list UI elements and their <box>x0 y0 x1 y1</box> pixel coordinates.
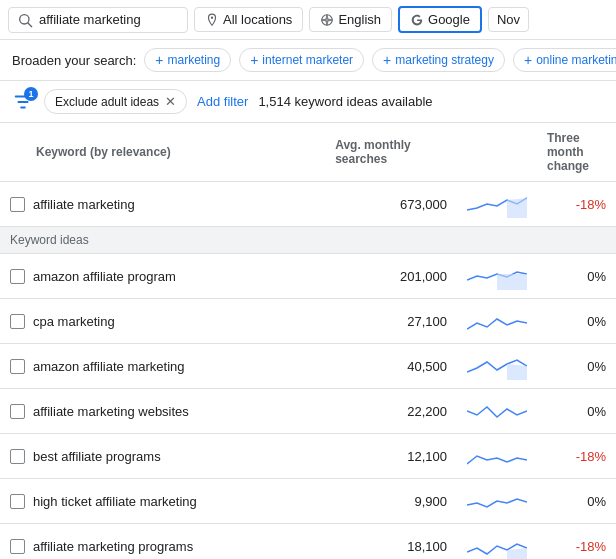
table-row: high ticket affiliate marketing 9,900 0% <box>0 479 616 524</box>
sparkline-5 <box>457 479 537 524</box>
monthly-6: 18,100 <box>325 524 457 560</box>
kw-label-2: amazon affiliate marketing <box>33 359 185 374</box>
change-5: 0% <box>537 479 616 524</box>
svg-marker-7 <box>507 548 527 559</box>
monthly-3: 22,200 <box>325 389 457 434</box>
svg-point-3 <box>322 14 333 25</box>
checkbox-2[interactable] <box>10 359 25 374</box>
sparkline-0 <box>457 254 537 299</box>
filter-badge: 1 <box>24 87 38 101</box>
sparkline-1 <box>457 299 537 344</box>
monthly-0: 201,000 <box>325 254 457 299</box>
change-3: 0% <box>537 389 616 434</box>
broaden-chip-label-0: marketing <box>167 53 220 67</box>
kw-label-5: high ticket affiliate marketing <box>33 494 197 509</box>
change-2: 0% <box>537 344 616 389</box>
plus-icon-2: + <box>383 52 391 68</box>
monthly-1: 27,100 <box>325 299 457 344</box>
google-label: Google <box>428 12 470 27</box>
kw-label-3: affiliate marketing websites <box>33 404 189 419</box>
kw-cell-5: high ticket affiliate marketing <box>0 479 325 524</box>
seed-monthly: 673,000 <box>325 182 457 227</box>
table-row: affiliate marketing websites 22,200 0% <box>0 389 616 434</box>
svg-line-1 <box>28 23 32 27</box>
plus-icon-1: + <box>250 52 258 68</box>
google-icon <box>410 13 424 27</box>
sparkline-2 <box>457 344 537 389</box>
kw-label-1: cpa marketing <box>33 314 115 329</box>
table-row: affiliate marketing programs 18,100 -18% <box>0 524 616 560</box>
table-row: best affiliate programs 12,100 -18% <box>0 434 616 479</box>
location-icon <box>205 13 219 27</box>
language-icon <box>320 13 334 27</box>
search-box[interactable] <box>8 7 188 33</box>
th-monthly: Avg. monthly searches <box>325 123 457 182</box>
th-trend <box>457 123 537 182</box>
change-4: -18% <box>537 434 616 479</box>
language-picker[interactable]: English <box>309 7 392 32</box>
sparkline-4 <box>457 434 537 479</box>
table-row: cpa marketing 27,100 0% <box>0 299 616 344</box>
broaden-chip-1[interactable]: + internet marketer <box>239 48 364 72</box>
broaden-chip-label-2: marketing strategy <box>395 53 494 67</box>
location-label: All locations <box>223 12 292 27</box>
seed-checkbox[interactable] <box>10 197 25 212</box>
change-6: -18% <box>537 524 616 560</box>
top-bar: All locations English Google Nov <box>0 0 616 40</box>
seed-keyword-cell: affiliate marketing <box>0 182 325 227</box>
sparkline-3 <box>457 389 537 434</box>
checkbox-5[interactable] <box>10 494 25 509</box>
sparkline-6 <box>457 524 537 560</box>
section-header-label: Keyword ideas <box>0 227 616 254</box>
svg-marker-6 <box>507 364 527 380</box>
exclude-adult-label: Exclude adult ideas <box>55 95 159 109</box>
filter-bar: 1 Exclude adult ideas ✕ Add filter 1,514… <box>0 81 616 123</box>
broaden-bar: Broaden your search: + marketing + inter… <box>0 40 616 81</box>
kw-cell-6: affiliate marketing programs <box>0 524 325 560</box>
search-engine-picker[interactable]: Google <box>398 6 482 33</box>
change-0: 0% <box>537 254 616 299</box>
kw-cell-3: affiliate marketing websites <box>0 389 325 434</box>
keyword-table: Keyword (by relevance) Avg. monthly sear… <box>0 123 616 559</box>
table-header-row: Keyword (by relevance) Avg. monthly sear… <box>0 123 616 182</box>
kw-cell-2: amazon affiliate marketing <box>0 344 325 389</box>
plus-icon-0: + <box>155 52 163 68</box>
broaden-chip-0[interactable]: + marketing <box>144 48 231 72</box>
broaden-chip-2[interactable]: + marketing strategy <box>372 48 505 72</box>
th-change: Three month change <box>537 123 616 182</box>
kw-label-0: amazon affiliate program <box>33 269 176 284</box>
checkbox-1[interactable] <box>10 314 25 329</box>
checkbox-0[interactable] <box>10 269 25 284</box>
svg-marker-5 <box>497 274 527 290</box>
kw-label-4: best affiliate programs <box>33 449 161 464</box>
monthly-2: 40,500 <box>325 344 457 389</box>
add-filter-button[interactable]: Add filter <box>197 94 248 109</box>
seed-change: -18% <box>537 182 616 227</box>
date-picker[interactable]: Nov <box>488 7 529 32</box>
broaden-label: Broaden your search: <box>12 53 136 68</box>
location-picker[interactable]: All locations <box>194 7 303 32</box>
monthly-4: 12,100 <box>325 434 457 479</box>
language-label: English <box>338 12 381 27</box>
seed-row: affiliate marketing 673,000 -18% <box>0 182 616 227</box>
nov-label: Nov <box>497 12 520 27</box>
kw-cell-4: best affiliate programs <box>0 434 325 479</box>
checkbox-6[interactable] <box>10 539 25 554</box>
change-1: 0% <box>537 299 616 344</box>
close-chip-icon[interactable]: ✕ <box>165 94 176 109</box>
kw-cell-0: amazon affiliate program <box>0 254 325 299</box>
section-header-row: Keyword ideas <box>0 227 616 254</box>
th-keyword: Keyword (by relevance) <box>0 123 325 182</box>
svg-marker-4 <box>507 198 527 218</box>
table-row: amazon affiliate program 201,000 0% <box>0 254 616 299</box>
search-input[interactable] <box>39 12 169 27</box>
broaden-chip-label-3: online marketing strategy <box>536 53 616 67</box>
table-row: amazon affiliate marketing 40,500 0% <box>0 344 616 389</box>
checkbox-4[interactable] <box>10 449 25 464</box>
exclude-adult-chip[interactable]: Exclude adult ideas ✕ <box>44 89 187 114</box>
broaden-chip-3[interactable]: + online marketing strategy <box>513 48 616 72</box>
filter-icon-wrap: 1 <box>12 91 34 113</box>
plus-icon-3: + <box>524 52 532 68</box>
checkbox-3[interactable] <box>10 404 25 419</box>
kw-label-6: affiliate marketing programs <box>33 539 193 554</box>
